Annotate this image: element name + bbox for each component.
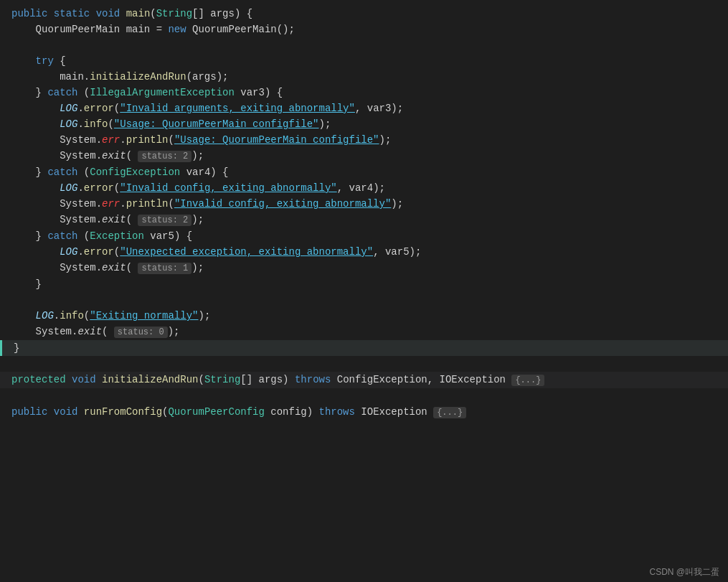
footer-bar: CSDN @叫我二蛋	[640, 563, 728, 582]
line-catch-config: } catch (ConfigException var4) {	[0, 164, 728, 180]
line-system-exit-2a: System.exit( status: 2);	[0, 148, 728, 164]
line-log-info-usage: LOG.info("Usage: QuorumPeerMain configfi…	[0, 116, 728, 132]
line-system-exit-2b: System.exit( status: 2);	[0, 212, 728, 228]
line-system-err-println-usage: System.err.println("Usage: QuorumPeerMai…	[0, 132, 728, 148]
line-system-exit-0: System.exit( status: 0);	[0, 324, 728, 340]
line-try: try {	[0, 53, 728, 69]
line-1: public static void main(String[] args) {	[0, 6, 728, 22]
line-blank-3	[0, 356, 728, 372]
line-2: QuorumPeerMain main = new QuorumPeerMain…	[0, 22, 728, 37]
line-protected-init: protected void initializeAndRun(String[]…	[0, 372, 728, 388]
line-log-info-exit: LOG.info("Exiting normally");	[0, 308, 728, 324]
line-blank-4	[0, 388, 728, 404]
line-log-error-config: LOG.error("Invalid config, exiting abnor…	[0, 180, 728, 196]
line-system-exit-1: System.exit( status: 1);	[0, 260, 728, 276]
code-container: public static void main(String[] args) {…	[0, 0, 728, 582]
line-blank-1	[0, 37, 728, 53]
line-log-error-unexpected: LOG.error("Unexpected exception, exiting…	[0, 244, 728, 260]
footer-label: CSDN @叫我二蛋	[649, 567, 719, 577]
line-main-init: main.initializeAndRun(args);	[0, 69, 728, 85]
line-catch-illegal: } catch (IllegalArgumentException var3) …	[0, 85, 728, 100]
line-close-main: }	[0, 340, 728, 356]
code-block: public static void main(String[] args) {…	[0, 0, 728, 426]
line-log-error-args: LOG.error("Invalid arguments, exiting ab…	[0, 100, 728, 116]
line-system-err-println-config: System.err.println("Invalid config, exit…	[0, 196, 728, 212]
line-blank-2	[0, 292, 728, 308]
line-catch-exception: } catch (Exception var5) {	[0, 228, 728, 244]
line-public-runfromconfig: public void runFromConfig(QuorumPeerConf…	[0, 404, 728, 421]
line-close-catch: }	[0, 276, 728, 292]
